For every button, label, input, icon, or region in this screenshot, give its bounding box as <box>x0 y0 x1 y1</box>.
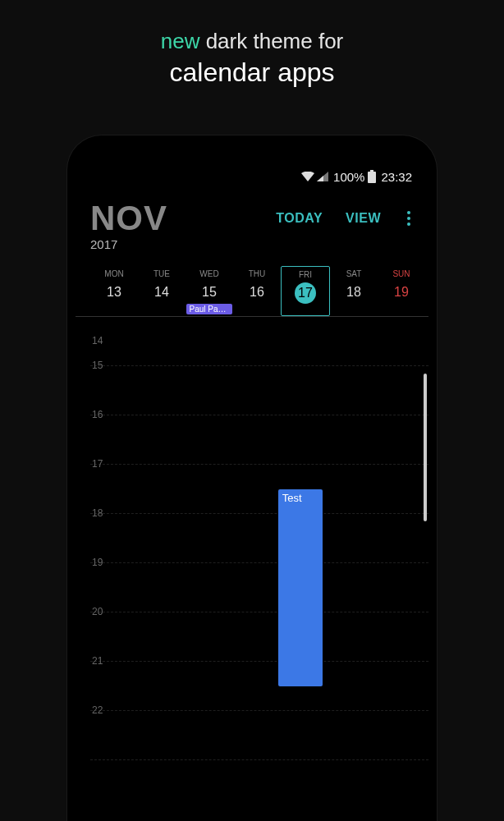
day-number: 15 <box>199 282 220 303</box>
hour-row: 16 <box>90 415 428 465</box>
day-name: MON <box>90 269 138 278</box>
hour-label: 21 <box>92 655 103 667</box>
day-col-tue[interactable]: TUE14 <box>138 266 186 316</box>
month-label: NOV <box>90 201 167 236</box>
hour-label: 16 <box>92 409 103 420</box>
battery-icon <box>368 170 376 183</box>
status-icons <box>301 172 328 181</box>
day-name: TUE <box>138 269 186 278</box>
day-name: SAT <box>330 269 378 278</box>
svg-rect-1 <box>370 170 373 172</box>
promo-highlight: new <box>161 29 200 53</box>
hour-label: 19 <box>92 557 103 568</box>
app-header: NOV 2017 TODAY VIEW <box>76 193 428 266</box>
scroll-indicator[interactable] <box>424 374 427 521</box>
hour-row: 22 <box>90 711 428 760</box>
hour-row: 21 <box>90 662 428 711</box>
hour-label: 17 <box>92 458 103 470</box>
day-col-sun[interactable]: SUN19 <box>378 266 425 316</box>
svg-rect-0 <box>368 172 376 183</box>
hour-label: 20 <box>92 606 103 617</box>
promo-line1: new dark theme for <box>0 29 504 54</box>
hour-row: 14 <box>90 317 428 366</box>
phone-frame: 100% 23:32 NOV 2017 TODAY VIEW MON13TUE1… <box>67 135 437 821</box>
event-block[interactable]: Test <box>278 489 323 686</box>
week-header: MON13TUE14WED15THU16FRI17SAT18SUN19Paul … <box>76 266 428 317</box>
hour-row: 20 <box>90 612 428 662</box>
phone-screen: 100% 23:32 NOV 2017 TODAY VIEW MON13TUE1… <box>76 144 428 821</box>
hour-row: 15 <box>90 366 428 415</box>
battery-percent: 100% <box>333 170 364 184</box>
wifi-icon <box>301 172 314 181</box>
promo-header: new dark theme for calendar apps <box>0 0 504 88</box>
hour-label: 18 <box>92 507 103 519</box>
hour-label: 14 <box>92 335 103 346</box>
allday-event[interactable]: Paul Par… <box>186 304 232 314</box>
day-number: 19 <box>391 282 412 303</box>
day-number: 17 <box>295 282 316 304</box>
day-number: 14 <box>151 282 172 303</box>
status-bar: 100% 23:32 <box>76 144 428 193</box>
day-number: 18 <box>343 282 364 303</box>
status-time: 23:32 <box>381 170 412 184</box>
day-col-sat[interactable]: SAT18 <box>330 266 378 316</box>
day-name: THU <box>233 269 281 278</box>
more-icon[interactable] <box>404 208 414 229</box>
day-name: FRI <box>282 270 329 279</box>
day-name: WED <box>186 269 233 278</box>
header-actions: TODAY VIEW <box>167 201 414 229</box>
view-button[interactable]: VIEW <box>346 211 381 226</box>
promo-line2: calendar apps <box>0 57 504 88</box>
today-button[interactable]: TODAY <box>276 211 323 226</box>
hour-label: 22 <box>92 704 103 716</box>
hour-row: 18 <box>90 514 428 563</box>
promo-line1-rest: dark theme for <box>199 29 343 53</box>
day-number: 16 <box>246 282 268 303</box>
signal-icon <box>317 172 328 181</box>
day-name: SUN <box>378 269 425 278</box>
hour-row: 17 <box>90 465 428 514</box>
hour-row: 19 <box>90 563 428 612</box>
year-label: 2017 <box>90 237 167 251</box>
day-number: 13 <box>103 282 125 303</box>
day-col-thu[interactable]: THU16 <box>233 266 281 316</box>
day-col-fri[interactable]: FRI17 <box>281 266 330 316</box>
day-col-mon[interactable]: MON13 <box>90 266 138 316</box>
hour-label: 15 <box>92 360 103 371</box>
time-grid[interactable]: 141516171819202122Test <box>76 317 428 760</box>
month-block[interactable]: NOV 2017 <box>90 201 167 251</box>
